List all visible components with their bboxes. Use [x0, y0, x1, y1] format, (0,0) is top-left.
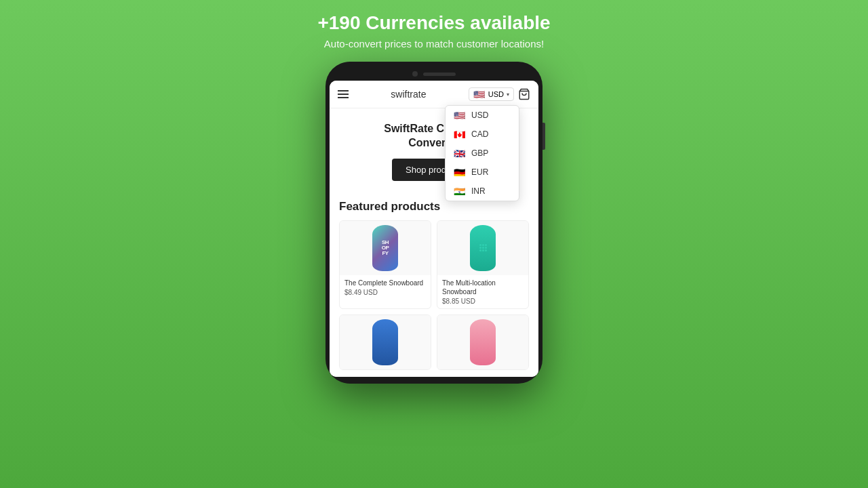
flag-eur-option: 🇩🇪 [454, 168, 466, 176]
currency-option-cad[interactable]: 🇨🇦 CAD [446, 125, 519, 144]
header-right-controls: 🇺🇸 USD ▾ [469, 87, 530, 101]
currency-option-gbp[interactable]: 🇬🇧 GBP [446, 144, 519, 163]
product-name-1: The Complete Snowboard [344, 279, 426, 287]
phone-screen: swiftrate 🇺🇸 USD ▾ [330, 81, 538, 377]
phone-speaker [423, 73, 456, 76]
phone-camera [412, 71, 418, 77]
products-grid-row2 [339, 314, 529, 370]
product-name-2: The Multi-location Snowboard [442, 279, 524, 296]
snowboard-graphic-2 [470, 225, 496, 271]
flag-gbp-option: 🇬🇧 [454, 149, 466, 157]
flag-cad-option: 🇨🇦 [454, 130, 466, 138]
product-card-1[interactable]: SHOPFY The Complete Snowboard $8.49 USD [339, 220, 431, 309]
product-price-1: $8.49 USD [344, 289, 426, 296]
product-info-1: The Complete Snowboard $8.49 USD [340, 275, 431, 300]
eur-label: EUR [471, 167, 488, 177]
currency-option-usd[interactable]: 🇺🇸 USD [446, 106, 519, 125]
phone-mockup: swiftrate 🇺🇸 USD ▾ [326, 62, 542, 384]
chevron-down-icon: ▾ [507, 92, 509, 98]
snowboard-graphic-3 [372, 319, 398, 365]
phone-side-button [542, 123, 545, 150]
phone-notch [330, 71, 538, 77]
product-card-3[interactable] [339, 314, 431, 370]
gbp-label: GBP [471, 148, 488, 158]
product-image-4 [437, 315, 528, 369]
featured-title: Featured products [339, 200, 529, 214]
currency-option-eur[interactable]: 🇩🇪 EUR [446, 163, 519, 182]
cart-icon[interactable] [518, 88, 530, 100]
store-name: swiftrate [391, 89, 426, 100]
product-card-4[interactable] [437, 314, 529, 370]
usd-label: USD [471, 110, 488, 120]
currency-option-inr[interactable]: 🇮🇳 INR [446, 182, 519, 201]
product-image-3 [340, 315, 431, 369]
product-price-2: $8.85 USD [442, 298, 524, 305]
inr-label: INR [471, 186, 486, 196]
currency-selector[interactable]: 🇺🇸 USD ▾ [469, 87, 514, 101]
featured-section: Featured products SHOPFY The Complete Sn… [330, 192, 538, 377]
snowboard-graphic-1: SHOPFY [372, 225, 398, 271]
flag-inr-option: 🇮🇳 [454, 187, 466, 195]
main-headline: +190 Currencies available [317, 12, 550, 34]
snowboard-graphic-4 [470, 319, 496, 365]
cad-label: CAD [471, 129, 488, 139]
hamburger-menu-icon[interactable] [338, 90, 349, 98]
store-header: swiftrate 🇺🇸 USD ▾ [330, 81, 538, 108]
products-grid: SHOPFY The Complete Snowboard $8.49 USD [339, 220, 529, 309]
flag-usd-option: 🇺🇸 [454, 111, 466, 119]
main-subheadline: Auto-convert prices to match customer lo… [324, 38, 544, 49]
currency-dropdown[interactable]: 🇺🇸 USD 🇨🇦 CAD 🇬🇧 GBP 🇩🇪 EUR [445, 105, 519, 201]
product-image-1: SHOPFY [340, 221, 431, 275]
product-info-2: The Multi-location Snowboard $8.85 USD [437, 275, 528, 308]
flag-usd: 🇺🇸 [473, 90, 486, 98]
product-card-2[interactable]: The Multi-location Snowboard $8.85 USD [437, 220, 529, 309]
product-image-2 [437, 221, 528, 275]
currency-code: USD [488, 90, 504, 98]
